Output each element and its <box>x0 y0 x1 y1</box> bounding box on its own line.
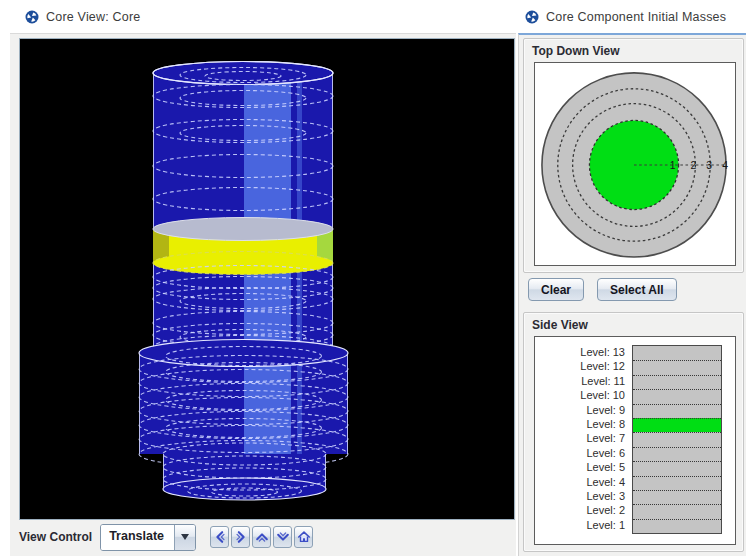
level-cell-11[interactable] <box>633 375 721 389</box>
caret-down-icon <box>181 534 189 540</box>
view-mode-combobox[interactable]: Translate <box>100 524 196 551</box>
top-down-view-group: Top Down View 1234 <box>523 38 744 273</box>
level-cell-10[interactable] <box>633 389 721 403</box>
level-cell-3[interactable] <box>633 490 721 504</box>
level-label-5: Level: 5 <box>535 460 632 474</box>
level-label-12: Level: 12 <box>535 359 632 373</box>
selection-buttons: Clear Select All <box>528 278 677 301</box>
combobox-dropdown-button[interactable] <box>174 525 195 550</box>
select-all-button[interactable]: Select All <box>597 278 677 301</box>
level-cell-12[interactable] <box>633 360 721 374</box>
right-panel-header: Core Component Initial Masses <box>525 7 726 27</box>
level-cell-2[interactable] <box>633 504 721 518</box>
level-label-6: Level: 6 <box>535 446 632 460</box>
level-label-10: Level: 10 <box>535 388 632 402</box>
level-cell-13[interactable] <box>633 346 721 360</box>
level-cell-4[interactable] <box>633 476 721 490</box>
ring-number-1: 1 <box>670 160 676 171</box>
core-3d-viewport[interactable] <box>19 38 515 520</box>
left-panel-title: Core View: Core <box>46 10 140 24</box>
home-icon <box>297 530 311 544</box>
side-view-group: Side View Level: 13Level: 12Level: 11Lev… <box>523 312 744 552</box>
view-control-bar: View Control Translate <box>19 521 513 553</box>
level-label-13: Level: 13 <box>535 345 632 359</box>
chevron-right-icon <box>234 530 248 544</box>
top-down-view-diagram: 1234 <box>535 63 735 265</box>
clear-button[interactable]: Clear <box>528 278 584 301</box>
top-down-view-canvas[interactable]: 1234 <box>534 62 736 266</box>
level-cell-5[interactable] <box>633 461 721 475</box>
level-label-1: Level: 1 <box>535 518 632 532</box>
ring-number-4: 4 <box>722 160 728 171</box>
level-label-7: Level: 7 <box>535 431 632 445</box>
level-label-11: Level: 11 <box>535 374 632 388</box>
chevron-left-icon <box>213 530 227 544</box>
core-icon <box>25 10 39 24</box>
core-component-masses-panel: Top Down View 1234 Clear Select All Side… <box>518 33 746 556</box>
pan-right-button[interactable] <box>231 526 250 548</box>
ring-number-2: 2 <box>690 160 696 171</box>
left-panel-header: Core View: Core <box>25 7 140 27</box>
side-view-labels: Level: 13Level: 12Level: 11Level: 10Leve… <box>535 345 632 534</box>
core-icon <box>525 10 539 24</box>
chevron-up-icon <box>255 530 269 544</box>
pan-left-button[interactable] <box>210 526 229 548</box>
top-down-view-title: Top Down View <box>524 39 743 58</box>
side-view-canvas: Level: 13Level: 12Level: 11Level: 10Leve… <box>534 336 736 545</box>
level-cell-6[interactable] <box>633 447 721 461</box>
right-panel-title: Core Component Initial Masses <box>546 10 726 24</box>
level-cell-9[interactable] <box>633 404 721 418</box>
chevron-down-icon <box>276 530 290 544</box>
level-cell-1[interactable] <box>633 519 721 533</box>
level-label-3: Level: 3 <box>535 489 632 503</box>
level-label-8: Level: 8 <box>535 417 632 431</box>
view-control-label: View Control <box>19 530 92 544</box>
side-view-stack[interactable] <box>632 345 722 534</box>
level-cell-8-selected[interactable] <box>633 418 721 432</box>
side-view-title: Side View <box>524 313 743 332</box>
pan-buttons <box>210 526 313 548</box>
pan-up-button[interactable] <box>252 526 271 548</box>
level-label-4: Level: 4 <box>535 475 632 489</box>
level-label-9: Level: 9 <box>535 403 632 417</box>
level-label-2: Level: 2 <box>535 503 632 517</box>
view-mode-value[interactable]: Translate <box>101 525 174 550</box>
level-cell-7[interactable] <box>633 432 721 446</box>
home-view-button[interactable] <box>294 526 313 548</box>
core-3d-rendering <box>20 39 514 519</box>
ring-number-3: 3 <box>706 160 712 171</box>
pan-down-button[interactable] <box>273 526 292 548</box>
